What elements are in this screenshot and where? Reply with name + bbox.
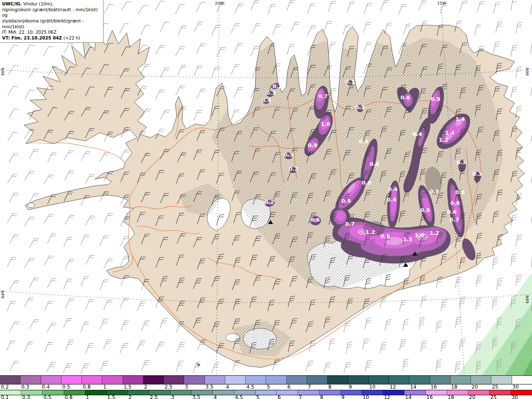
precip-value-label: 0.6 xyxy=(450,200,460,206)
sleet-snow-segment-label: 6 xyxy=(286,384,307,390)
sleet-snow-segment xyxy=(41,376,62,384)
precip-value-label: 1.0 xyxy=(414,232,424,238)
precip-value-label: 0.3 xyxy=(456,159,466,165)
sleet-snow-segment-label: 8 xyxy=(328,384,348,390)
rain-segment-label: 18 xyxy=(447,395,468,399)
precip-value-label: 0.2 xyxy=(272,83,282,89)
sleet-snow-segment xyxy=(491,376,512,384)
rain-segment-label: 3.5 xyxy=(192,395,213,399)
precip-value-label: 0.8 xyxy=(455,189,465,195)
sleet-snow-segment-label: 25 xyxy=(491,384,512,390)
rain-segment-label: 3 xyxy=(170,395,192,399)
meridian-label: 20W xyxy=(215,1,224,5)
precip-value-label: 0.9 xyxy=(308,142,317,148)
rain-segment-label: 0.1 xyxy=(0,395,21,399)
precip-value-label: 0.8 xyxy=(380,233,390,239)
sleet-snow-segment xyxy=(143,376,164,384)
sleet-snow-scale-bar xyxy=(0,375,532,384)
precip-value-label: 0.3 xyxy=(283,152,293,158)
precip-value-label: 0.5 xyxy=(429,188,439,195)
rain-segment-label: 14 xyxy=(404,395,426,399)
rain-segment-label: 1.5 xyxy=(106,395,128,399)
precip-value-label: 1.1 xyxy=(403,236,412,242)
rain-scale-labels: 0.10.30.50.811.522.533.544.5567891012141… xyxy=(0,395,532,399)
rain-segment-label: 0.5 xyxy=(42,395,64,399)
weather-map: 0.20.30.40.70.10.31.00.90.30.20.20.60.71… xyxy=(0,0,532,375)
rain-segment-label: 10 xyxy=(362,395,383,399)
rain-segment-label: 25 xyxy=(490,395,511,399)
precip-value-label: 0.7 xyxy=(345,221,355,227)
rain-segment-label: 2 xyxy=(128,395,149,399)
sleet-snow-segment-label: 30 xyxy=(512,384,532,390)
sleet-snow-segment xyxy=(102,376,123,384)
title-line-3: slydda/snjókoma (grátt/bleikt/grænt - mm… xyxy=(2,18,101,30)
precip-value-label: 0.2 xyxy=(264,199,274,205)
precip-value-label: 0.3 xyxy=(266,90,276,96)
parallel-label: 66N xyxy=(0,68,5,76)
sleet-snow-segment-label: 18 xyxy=(450,384,470,390)
sleet-snow-segment-label: 2.5 xyxy=(164,384,184,390)
sleet-snow-segment xyxy=(184,376,204,384)
precip-value-label: 0.4 xyxy=(359,138,368,145)
sleet-snow-segment-label: 9 xyxy=(348,384,368,390)
sleet-snow-segment xyxy=(287,376,307,384)
sleet-snow-segment-label: 3.5 xyxy=(204,384,225,390)
sleet-snow-segment xyxy=(512,376,532,384)
precip-value-label: 0.9 xyxy=(362,180,371,186)
sleet-snow-segment xyxy=(123,376,143,384)
parallel-label: 64N xyxy=(0,291,5,298)
sleet-snow-segment xyxy=(82,376,102,384)
sleet-snow-segment-label: 5 xyxy=(266,384,286,390)
sleet-snow-segment xyxy=(451,376,471,384)
sleet-snow-segment xyxy=(471,376,491,384)
rain-segment-label: 4.5 xyxy=(234,395,255,399)
sleet-snow-segment-label: 7 xyxy=(307,384,328,390)
title-line-1: UWC/IG: Vindur (10m), xyxy=(2,1,101,7)
rain-segment-label: 7 xyxy=(298,395,319,399)
sleet-snow-segment-label: 0.8 xyxy=(82,384,102,390)
precip-value-label: 0.6 xyxy=(310,217,320,223)
sleet-snow-segment-label: 4 xyxy=(225,384,246,390)
sleet-snow-segment-label: 0.2 xyxy=(0,384,20,390)
sleet-snow-segment-label: 3 xyxy=(184,384,204,390)
sleet-snow-segment-label: 16 xyxy=(430,384,450,390)
sleet-snow-segment xyxy=(225,376,246,384)
sleet-snow-segment xyxy=(164,376,184,384)
sleet-snow-segment xyxy=(307,376,328,384)
sleet-snow-segment-label: 0.5 xyxy=(62,384,82,390)
precip-value-label: 0.7 xyxy=(449,217,459,223)
sleet-snow-segment-label: 10 xyxy=(368,384,389,390)
weather-map-screenshot: 0.20.30.40.70.10.31.00.90.30.20.20.60.71… xyxy=(0,0,532,399)
rain-segment-label: 30 xyxy=(511,395,532,399)
precip-value-label: 0.9 xyxy=(420,207,430,213)
precip-value-label: 0.3 xyxy=(472,171,482,177)
precip-value-label: 1.2 xyxy=(429,230,439,236)
sleet-snow-segment xyxy=(246,376,266,384)
precip-value-label: 0.6 xyxy=(447,209,456,215)
meridian-label: 15W xyxy=(437,1,446,5)
sleet-snow-segment-label: 14 xyxy=(409,384,430,390)
sleet-snow-segment xyxy=(389,376,409,384)
rain-segment-label: 0.8 xyxy=(64,395,85,399)
title-line-2: rigning/skúrir (grænt/blátt/rautt - mm/1… xyxy=(2,7,101,18)
precip-value-label: 0.8 xyxy=(369,161,379,167)
rain-segment-label: 20 xyxy=(468,395,489,399)
sleet-snow-segment xyxy=(430,376,451,384)
rain-segment-label: 2.5 xyxy=(149,395,170,399)
precip-value-label: 0.4 xyxy=(412,131,422,137)
precip-value-label: 0.6 xyxy=(400,94,410,101)
rain-segment-label: 5 xyxy=(255,395,276,399)
sleet-snow-segment-label: 2 xyxy=(143,384,164,390)
precip-value-label: 0.9 xyxy=(431,96,440,102)
parallel-label: 66N xyxy=(525,68,530,76)
sleet-snow-segment xyxy=(266,376,286,384)
precip-value-label: 0.4 xyxy=(261,97,271,103)
precip-value-label: 0.2 xyxy=(288,166,298,172)
sleet-snow-segment-label: 0.3 xyxy=(20,384,41,390)
sleet-snow-segment xyxy=(205,376,225,384)
title-line-5: VT: Fim. 23.10.2025 04Z (+22 h) xyxy=(2,35,101,41)
precip-value-label: 0.1 xyxy=(345,79,355,85)
sleet-snow-segment-label: 20 xyxy=(470,384,491,390)
precip-value-label: 1.4 xyxy=(455,116,465,122)
sleet-snow-segment xyxy=(348,376,369,384)
